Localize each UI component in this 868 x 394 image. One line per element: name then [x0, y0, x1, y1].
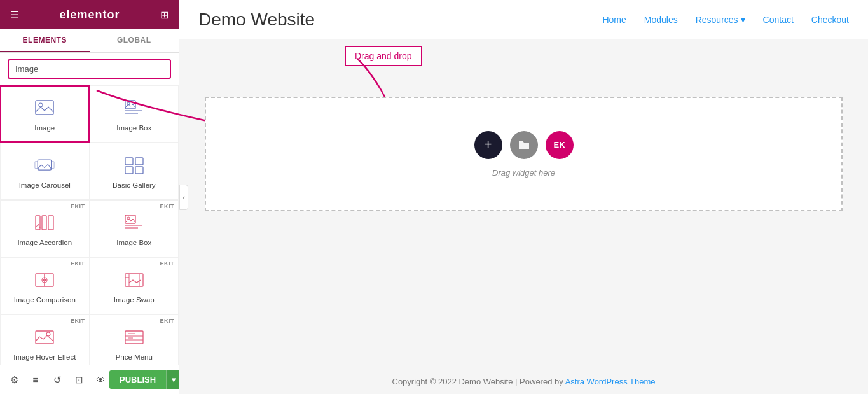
svg-rect-28: [125, 331, 143, 344]
publish-button-group: PUBLISH ▾: [109, 370, 181, 389]
tab-global[interactable]: GLOBAL: [90, 29, 179, 52]
widget-image-label: Image: [34, 124, 55, 132]
ekit-badge-price: EKIT: [160, 318, 174, 324]
ekit-badge-swap: EKIT: [160, 260, 174, 267]
grid-icon[interactable]: ⊞: [160, 9, 169, 21]
bottom-icons-group: ⚙ ≡ ↺ ⊡ 👁: [5, 371, 109, 389]
widget-imagebox2-label: Image Box: [116, 239, 151, 246]
sidebar-header: ☰ elementor ⊞: [0, 0, 179, 29]
footer: Copyright © 2022 Demo Website | Powered …: [179, 369, 868, 394]
sidebar-bottom-toolbar: ⚙ ≡ ↺ ⊡ 👁 PUBLISH ▾: [0, 365, 179, 394]
widget-comparison-label: Image Comparison: [14, 296, 76, 304]
folder-button[interactable]: [510, 131, 538, 159]
nav-resources[interactable]: Resources ▾: [696, 15, 745, 25]
footer-link[interactable]: Astra WordPress Theme: [565, 377, 656, 386]
widget-image-box-label: Image Box: [116, 124, 151, 132]
svg-rect-6: [38, 160, 52, 170]
nav-home[interactable]: Home: [602, 15, 626, 25]
svg-point-27: [46, 332, 50, 336]
main-content: Demo Website Home Modules Resources ▾ Co…: [179, 0, 868, 394]
drop-zone-text: Drag widget here: [492, 168, 555, 178]
chevron-down-icon: ▾: [741, 15, 745, 25]
svg-rect-10: [135, 158, 143, 165]
svg-rect-15: [48, 216, 53, 230]
sidebar-tabs: ELEMENTS GLOBAL: [0, 29, 179, 53]
nav-links: Home Modules Resources ▾ Contact Checkou…: [602, 15, 849, 25]
svg-rect-7: [35, 161, 38, 168]
accordion-widget-icon: [34, 214, 55, 235]
hover-widget-icon: [34, 328, 55, 349]
drop-zone-buttons: + EK: [474, 131, 574, 159]
widget-image-accordion[interactable]: EKIT Image Accordion: [0, 200, 90, 257]
gallery-widget-icon: [124, 157, 144, 178]
widget-image-swap[interactable]: EKIT Image Swap: [90, 257, 179, 314]
svg-rect-26: [36, 331, 53, 344]
publish-button[interactable]: PUBLISH: [109, 370, 166, 389]
svg-point-1: [39, 103, 43, 107]
add-section-button[interactable]: +: [474, 131, 502, 159]
widget-image-box[interactable]: Image Box: [90, 85, 179, 143]
ek-button[interactable]: EK: [546, 131, 574, 159]
site-title: Demo Website: [198, 10, 602, 30]
nav-contact[interactable]: Contact: [763, 15, 794, 25]
swap-widget-icon: [124, 271, 144, 292]
top-navigation: Demo Website Home Modules Resources ▾ Co…: [179, 0, 868, 39]
svg-rect-2: [125, 101, 135, 109]
svg-rect-14: [42, 216, 46, 230]
comparison-widget-icon: [34, 271, 55, 292]
widget-accordion-label: Image Accordion: [17, 239, 72, 246]
widget-image-carousel[interactable]: Image Carousel: [0, 143, 90, 200]
drag-drop-callout: Drag and drop: [345, 46, 422, 66]
image-box2-widget-icon: [124, 214, 144, 235]
svg-rect-11: [125, 167, 133, 174]
svg-rect-0: [36, 101, 53, 115]
sidebar-logo: elementor: [59, 8, 120, 22]
settings-icon[interactable]: ⚙: [5, 371, 23, 389]
layers-icon[interactable]: ≡: [27, 371, 45, 389]
widget-hover-label: Image Hover Effect: [13, 353, 76, 361]
responsive-icon[interactable]: ⊡: [70, 371, 88, 389]
widget-price-label: Price Menu: [116, 353, 153, 361]
widget-image-comparison[interactable]: EKIT Image Comparison: [0, 257, 90, 314]
sidebar: ☰ elementor ⊞ ELEMENTS GLOBAL: [0, 0, 179, 394]
page-area: Drag and drop +: [179, 39, 868, 369]
widget-price-menu[interactable]: EKIT Price Menu: [90, 314, 179, 365]
image-widget-icon: [34, 99, 55, 120]
widget-image[interactable]: Image: [0, 85, 90, 143]
eye-icon[interactable]: 👁: [92, 371, 109, 389]
widget-carousel-label: Image Carousel: [19, 181, 71, 189]
hamburger-icon[interactable]: ☰: [10, 9, 19, 21]
price-widget-icon: [124, 328, 144, 349]
ekit-badge-hover: EKIT: [71, 318, 85, 324]
widget-basic-gallery[interactable]: Basic Gallery: [90, 143, 179, 200]
history-icon[interactable]: ↺: [48, 371, 66, 389]
svg-rect-13: [36, 216, 40, 230]
svg-rect-9: [125, 158, 133, 165]
nav-checkout[interactable]: Checkout: [811, 15, 849, 25]
image-box-widget-icon: [124, 99, 144, 120]
widget-image-hover[interactable]: EKIT Image Hover Effect: [0, 314, 90, 365]
svg-rect-16: [125, 215, 135, 223]
drop-zone[interactable]: + EK Drag widget here: [205, 97, 843, 211]
svg-rect-12: [135, 167, 143, 174]
tab-elements[interactable]: ELEMENTS: [0, 29, 90, 52]
ekit-badge-comparison: EKIT: [71, 260, 85, 267]
carousel-widget-icon: [34, 157, 55, 178]
sidebar-collapse-handle[interactable]: ‹: [179, 185, 188, 210]
search-container: [0, 53, 179, 85]
search-input[interactable]: [8, 59, 171, 79]
widget-image-box-2[interactable]: EKIT Image Box: [90, 200, 179, 257]
ekit-badge-accordion: EKIT: [71, 203, 85, 209]
footer-text: Copyright © 2022 Demo Website | Powered …: [392, 377, 565, 386]
widget-gallery-label: Basic Gallery: [113, 181, 156, 189]
nav-modules[interactable]: Modules: [644, 15, 678, 25]
widgets-grid: Image Image Box: [0, 85, 179, 365]
ekit-badge-imagebox2: EKIT: [160, 203, 174, 209]
widget-swap-label: Image Swap: [114, 296, 155, 304]
